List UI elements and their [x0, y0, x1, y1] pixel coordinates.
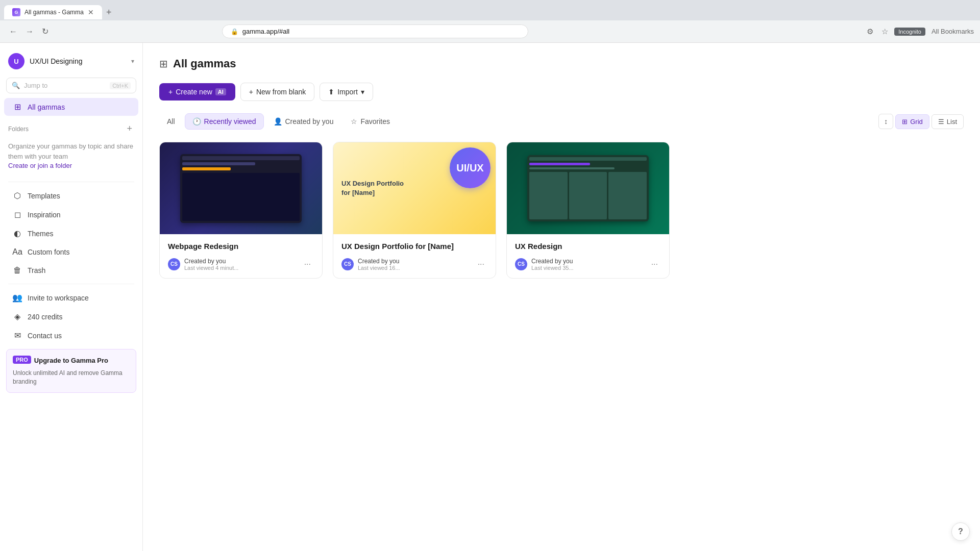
- import-icon: ⬆: [328, 88, 334, 96]
- page-icon: ⊞: [159, 58, 168, 70]
- list-view-button[interactable]: ☰ List: [932, 114, 964, 129]
- author-time-2: Last viewed 16...: [358, 265, 400, 271]
- card-webpage-redesign[interactable]: Webpage Redesign CS Created by you Last …: [159, 142, 323, 279]
- help-button[interactable]: ?: [951, 522, 970, 541]
- browser-tab[interactable]: G All gammas - Gamma ✕: [4, 5, 102, 19]
- sort-button[interactable]: ↕: [878, 114, 893, 129]
- pro-badge: PRO: [13, 356, 31, 364]
- sidebar-item-credits[interactable]: ◈ 240 credits: [4, 308, 138, 325]
- url-bar[interactable]: 🔒 gamma.app/#all: [222, 24, 528, 38]
- card-author-3: CS Created by you Last viewed 35...: [515, 258, 574, 271]
- card-ux-portfolio[interactable]: UX Design Portfoliofor [Name] UI/UX UX D…: [333, 142, 496, 279]
- card-meta-2: CS Created by you Last viewed 16... ···: [341, 258, 487, 271]
- lock-icon: 🔒: [231, 28, 238, 35]
- tab-favicon: G: [12, 8, 20, 16]
- templates-label: Templates: [28, 192, 60, 200]
- workspace-header[interactable]: U UX/UI Designing ▾: [0, 49, 142, 76]
- author-time-1: Last viewed 4 minut...: [184, 265, 238, 271]
- sidebar-item-contact[interactable]: ✉ Contact us: [4, 327, 138, 344]
- author-info-3: Created by you Last viewed 35...: [531, 258, 574, 271]
- sidebar-item-invite[interactable]: 👥 Invite to workspace: [4, 289, 138, 307]
- import-button[interactable]: ⬆ Import ▾: [320, 83, 373, 101]
- all-gammas-icon: ⊞: [12, 102, 22, 112]
- all-gammas-label: All gammas: [28, 103, 65, 111]
- browser-nav-buttons: ← → ↻: [6, 24, 52, 38]
- main-content: ⊞ All gammas + Create new AI + New from …: [143, 43, 980, 551]
- new-tab-button[interactable]: +: [102, 5, 116, 20]
- contact-label: Contact us: [28, 332, 62, 340]
- folders-header: Folders +: [0, 120, 142, 137]
- sidebar-item-inspiration[interactable]: ◻ Inspiration: [4, 206, 138, 223]
- sidebar: U UX/UI Designing ▾ 🔍 Jump to Ctrl+K ⊞ A…: [0, 43, 143, 551]
- filter-tab-favorites[interactable]: ☆ Favorites: [343, 113, 398, 130]
- filter-tab-created-by-you[interactable]: 👤 Created by you: [266, 113, 341, 130]
- card-author-2: CS Created by you Last viewed 16...: [341, 258, 400, 271]
- card-body-2: UX Design Portfolio for [Name] CS Create…: [333, 234, 496, 278]
- reload-button[interactable]: ↻: [39, 24, 52, 38]
- sidebar-item-custom-fonts[interactable]: Aa Custom fonts: [4, 243, 138, 261]
- bookmarks-label: All Bookmarks: [932, 28, 974, 35]
- credits-label: 240 credits: [28, 313, 62, 321]
- user-avatar: U: [8, 53, 24, 69]
- sidebar-item-trash[interactable]: 🗑 Trash: [4, 262, 138, 279]
- sidebar-item-templates[interactable]: ⬡ Templates: [4, 187, 138, 205]
- pro-title: Upgrade to Gamma Pro: [34, 357, 108, 364]
- filter-tab-all[interactable]: All: [159, 113, 183, 130]
- author-avatar-2: CS: [341, 258, 354, 270]
- trash-label: Trash: [28, 266, 45, 274]
- card-author-1: CS Created by you Last viewed 4 minut...: [168, 258, 238, 271]
- forward-button[interactable]: →: [22, 24, 37, 38]
- list-label: List: [947, 118, 957, 126]
- bookmark-button[interactable]: ☆: [879, 25, 890, 38]
- grid-view-button[interactable]: ⊞ Grid: [895, 114, 929, 129]
- card-title-3: UX Redesign: [515, 241, 661, 252]
- sidebar-item-themes[interactable]: ◐ Themes: [4, 224, 138, 242]
- browser-chrome: G All gammas - Gamma ✕ + ← → ↻ 🔒 gamma.a…: [0, 0, 980, 43]
- search-shortcut: Ctrl+K: [110, 82, 131, 89]
- extensions-button[interactable]: ⚙: [865, 25, 875, 38]
- list-icon: ☰: [938, 118, 944, 126]
- author-name-2: Created by you: [358, 258, 400, 265]
- card-body-1: Webpage Redesign CS Created by you Last …: [160, 234, 322, 278]
- author-name-3: Created by you: [531, 258, 574, 265]
- tab-title: All gammas - Gamma: [24, 9, 84, 16]
- author-info-1: Created by you Last viewed 4 minut...: [184, 258, 238, 271]
- create-new-button[interactable]: + Create new AI: [159, 83, 235, 101]
- templates-icon: ⬡: [12, 191, 22, 201]
- add-folder-button[interactable]: +: [125, 123, 134, 134]
- folders-empty-state: Organize your gammas by topic and share …: [0, 137, 142, 178]
- card-ux-redesign[interactable]: UX Redesign CS Created by you Last viewe…: [506, 142, 670, 279]
- pro-upgrade-banner[interactable]: PRO Upgrade to Gamma Pro Unlock unlimite…: [6, 349, 136, 393]
- floating-device: UI/UX: [450, 147, 491, 188]
- new-from-blank-button[interactable]: + New from blank: [240, 83, 314, 101]
- jump-to-search[interactable]: 🔍 Jump to Ctrl+K: [6, 78, 136, 93]
- contact-icon: ✉: [12, 331, 22, 340]
- workspace-name: UX/UI Designing: [30, 57, 126, 65]
- url-text: gamma.app/#all: [242, 28, 290, 35]
- new-blank-icon: +: [249, 88, 253, 96]
- author-avatar-1: CS: [168, 258, 180, 270]
- card-more-button-2[interactable]: ···: [475, 259, 487, 270]
- page-title: All gammas: [173, 57, 236, 70]
- created-by-you-label: Created by you: [285, 117, 334, 126]
- star-icon: ☆: [351, 117, 357, 126]
- tab-close-btn[interactable]: ✕: [88, 8, 94, 16]
- back-button[interactable]: ←: [6, 24, 20, 38]
- filter-tab-recently-viewed[interactable]: 🕐 Recently viewed: [185, 113, 264, 130]
- card-thumbnail-1: [160, 142, 322, 234]
- page-header: ⊞ All gammas: [159, 57, 964, 70]
- card-more-button-1[interactable]: ···: [301, 259, 314, 270]
- trash-icon: 🗑: [12, 266, 22, 275]
- cards-grid: Webpage Redesign CS Created by you Last …: [159, 142, 670, 279]
- chevron-down-icon: ▾: [131, 58, 134, 65]
- create-folder-link[interactable]: Create or join a folder: [8, 162, 72, 169]
- new-from-blank-label: New from blank: [256, 88, 306, 96]
- sidebar-item-all-gammas[interactable]: ⊞ All gammas: [4, 98, 138, 116]
- browser-actions: ⚙ ☆ Incognito All Bookmarks: [865, 25, 974, 38]
- custom-fonts-label: Custom fonts: [28, 248, 69, 256]
- grid-label: Grid: [910, 118, 923, 126]
- all-tab-label: All: [167, 117, 175, 126]
- card-more-button-3[interactable]: ···: [648, 259, 661, 270]
- search-icon: 🔍: [12, 82, 20, 89]
- browser-controls: ← → ↻ 🔒 gamma.app/#all ⚙ ☆ Incognito All…: [0, 20, 980, 43]
